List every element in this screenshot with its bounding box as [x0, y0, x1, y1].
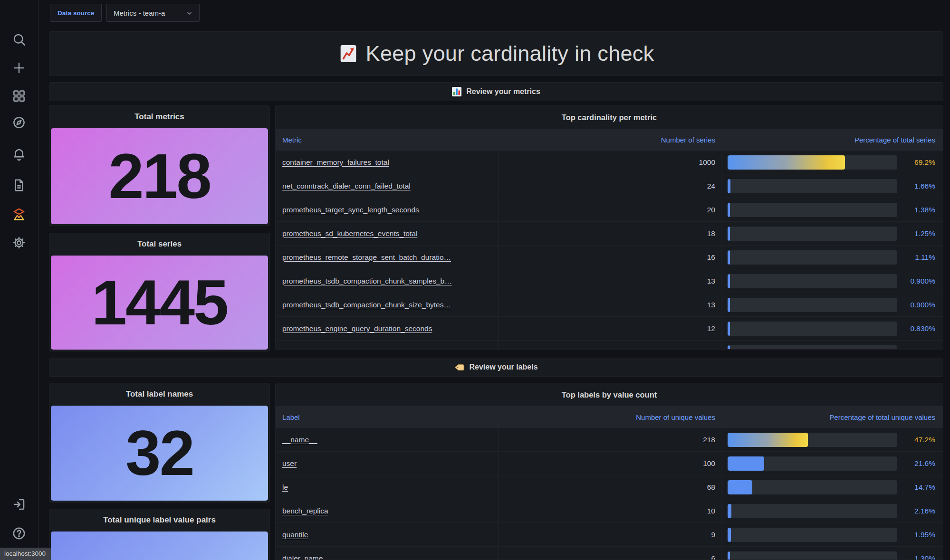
explore-compass-icon[interactable]: [12, 115, 26, 130]
percentage-value: 21.6%: [914, 459, 935, 468]
metric-link[interactable]: prometheus_sd_kubernetes_events_total: [282, 229, 417, 238]
chart-increasing-icon: [338, 44, 358, 64]
series-count: 12: [499, 317, 721, 340]
column-header-percentage[interactable]: Percentage of total unique values: [721, 406, 943, 428]
stat-title: Total label names: [49, 383, 269, 405]
table-row: container_memory_failures_total 1000 69.…: [276, 151, 943, 174]
datasource-variable-label[interactable]: Data source: [50, 4, 102, 22]
grafana-dashboard: Data source Metrics - team-a Keep your c…: [0, 0, 950, 560]
percentage-value: 1.30%: [914, 554, 935, 560]
help-icon[interactable]: [12, 526, 26, 541]
percentage-value: 1.11%: [915, 253, 935, 262]
label-link[interactable]: le: [282, 483, 288, 492]
percentage-bar: [728, 298, 897, 312]
table-title: Top labels by value count: [276, 383, 943, 406]
sign-in-icon[interactable]: [12, 497, 26, 512]
add-icon[interactable]: [12, 61, 26, 75]
stat-value: 32: [125, 421, 193, 485]
series-count: 10: [499, 341, 721, 350]
section-title: Review your metrics: [466, 87, 540, 96]
metric-link[interactable]: prometheus_engine_query_duration_seconds: [282, 324, 432, 333]
unique-values-count: 10: [499, 499, 721, 522]
percentage-bar: [728, 433, 897, 447]
percentage-bar: [728, 345, 897, 350]
percentage-value: 1.95%: [914, 531, 935, 539]
stat-value: 218: [108, 144, 211, 208]
percentage-value: 0.830%: [910, 324, 935, 333]
column-header-label[interactable]: Label: [276, 406, 499, 428]
percentage-bar: [728, 322, 897, 336]
percentage-bar: [728, 250, 897, 265]
percentage-bar: [728, 274, 897, 288]
table-row: user 100 21.6%: [276, 452, 943, 475]
table-row: le 68 14.7%: [276, 475, 943, 499]
label-link[interactable]: bench_replica: [282, 507, 328, 515]
series-count: 24: [499, 174, 721, 198]
alerting-bell-icon[interactable]: [12, 147, 26, 161]
settings-gear-icon[interactable]: [12, 236, 26, 250]
percentage-value: 1.66%: [914, 182, 935, 190]
column-header-series[interactable]: Number of series: [499, 129, 721, 151]
unique-values-count: 6: [499, 547, 721, 560]
table-row-clipped: dialer_name 6 1.30%: [276, 547, 943, 560]
unique-values-count: 68: [499, 475, 721, 499]
unique-values-count: 100: [499, 452, 721, 475]
percentage-value: 69.2%: [914, 158, 935, 167]
percentage-value: 47.2%: [914, 436, 935, 444]
tag-icon: [454, 362, 464, 372]
percentage-bar: [728, 227, 897, 241]
stat-value: 1445: [91, 271, 227, 334]
section-title: Review your labels: [469, 363, 537, 371]
label-link[interactable]: quantile: [282, 531, 308, 539]
table-row: bench_replica 10 2.16%: [276, 499, 943, 523]
percentage-bar: [728, 203, 897, 217]
metric-link[interactable]: prometheus_remote_storage_sent_batch_dur…: [282, 253, 451, 262]
series-count: 13: [499, 293, 721, 316]
stat-total-unique-label-value-pairs: Total unique label value pairs: [49, 509, 270, 560]
percentage-value: 0.900%: [910, 301, 935, 309]
cardinality-plugin-icon[interactable]: [12, 208, 26, 222]
search-icon[interactable]: [12, 32, 26, 47]
table-row: prometheus_target_sync_length_seconds 20…: [276, 198, 943, 222]
metric-link[interactable]: prometheus_target_sync_length_seconds: [282, 206, 419, 214]
metric-link[interactable]: prometheus_tsdb_compaction_duration_seco…: [282, 348, 443, 350]
table-top-cardinality-per-metric: Top cardinality per metric Metric Number…: [275, 105, 943, 350]
label-link[interactable]: __name__: [282, 436, 317, 444]
metric-link[interactable]: prometheus_tsdb_compaction_chunk_samples…: [282, 277, 452, 285]
table-header: Label Number of unique values Percentage…: [276, 406, 943, 428]
page-title: Keep your cardinality in check: [366, 41, 654, 66]
stat-title: Total series: [49, 233, 269, 255]
metric-link[interactable]: container_memory_failures_total: [282, 158, 389, 167]
series-count: 13: [499, 269, 721, 293]
column-header-percentage[interactable]: Percentage of total series: [721, 129, 943, 151]
label-link[interactable]: dialer_name: [282, 554, 323, 560]
percentage-bar: [728, 528, 897, 542]
section-review-metrics: Review your metrics: [49, 82, 943, 101]
sidebar: [0, 0, 38, 560]
dashboards-icon[interactable]: [12, 89, 26, 103]
stat-total-series: Total series 1445: [49, 233, 270, 351]
chevron-down-icon: [186, 10, 192, 16]
metric-link[interactable]: net_conntrack_dialer_conn_failed_total: [282, 182, 411, 190]
series-count: 20: [499, 198, 721, 221]
datasource-variable-select[interactable]: Metrics - team-a: [106, 4, 200, 22]
table-row: prometheus_remote_storage_sent_batch_dur…: [276, 246, 943, 269]
bar-chart-icon: [452, 87, 461, 96]
table-top-labels-by-value-count: Top labels by value count Label Number o…: [275, 383, 943, 560]
document-icon[interactable]: [12, 178, 26, 192]
column-header-unique-values[interactable]: Number of unique values: [499, 406, 721, 428]
stat-title: Total metrics: [49, 106, 269, 128]
series-count: 1000: [499, 151, 721, 174]
label-link[interactable]: user: [282, 459, 297, 468]
percentage-bar: [728, 456, 897, 471]
column-header-metric[interactable]: Metric: [276, 129, 499, 151]
table-row: prometheus_tsdb_compaction_chunk_samples…: [276, 269, 943, 293]
percentage-value: 14.7%: [914, 483, 935, 492]
metric-link[interactable]: prometheus_tsdb_compaction_chunk_size_by…: [282, 301, 451, 309]
percentage-bar: [728, 155, 897, 170]
status-url: localhost:3000: [0, 548, 51, 560]
table-title: Top cardinality per metric: [276, 106, 943, 129]
series-count: 18: [499, 222, 721, 245]
stat-total-metrics: Total metrics 218: [49, 105, 270, 226]
table-row-clipped: prometheus_tsdb_compaction_duration_seco…: [276, 341, 943, 350]
